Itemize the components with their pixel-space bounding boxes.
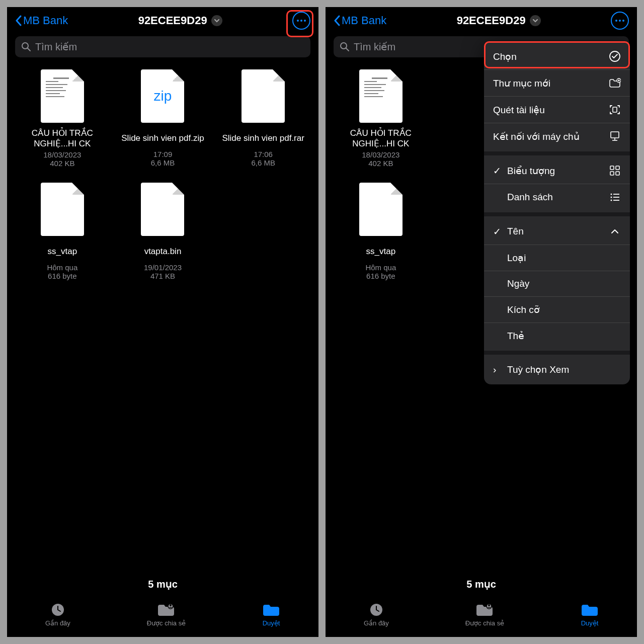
menu-item-loại[interactable]: Loại <box>484 245 630 271</box>
svg-rect-15 <box>611 132 619 138</box>
svg-rect-18 <box>610 166 614 170</box>
file-date: Hôm qua <box>47 263 77 272</box>
svg-point-4 <box>170 604 172 606</box>
svg-point-22 <box>611 194 612 195</box>
search-icon <box>21 42 31 52</box>
file-date: 18/03/2023 <box>362 150 399 159</box>
grid-icon <box>609 165 621 177</box>
back-label: MB Bank <box>23 14 68 27</box>
list-icon <box>609 191 621 203</box>
file-date: 17:09 <box>153 150 173 158</box>
menu-label: Danh sách <box>507 192 553 203</box>
menu-item-danh-sách[interactable]: Danh sách <box>484 184 630 210</box>
menu-item-ngày[interactable]: Ngày <box>484 271 630 297</box>
tab-browse[interactable]: Duyệt <box>262 602 280 627</box>
menu-item-tuỳ-chọn-xem[interactable]: ›Tuỳ chọn Xem <box>484 357 630 382</box>
menu-label: Biểu tượng <box>507 165 555 177</box>
svg-point-0 <box>22 43 28 49</box>
svg-line-1 <box>28 48 30 51</box>
file-date: 18/03/2023 <box>43 150 81 159</box>
file-size: 402 KB <box>368 159 393 168</box>
menu-label: Thư mục mới <box>493 77 550 89</box>
search-placeholder: Tìm kiếm <box>354 41 395 53</box>
menu-item-biểu-tượng[interactable]: ✓Biểu tượng <box>484 157 630 184</box>
file-item[interactable]: Slide sinh vien pdf.rar17:066,6 MB <box>213 69 313 168</box>
svg-point-24 <box>611 197 612 198</box>
menu-item-quét-tài-liệu[interactable]: Quét tài liệu <box>484 97 630 123</box>
svg-rect-21 <box>616 172 619 175</box>
chevron-left-icon <box>334 15 341 26</box>
menu-label: Tên <box>507 226 524 237</box>
file-name: CÂU HỎI TRẮC NGHIỆ...HI CK <box>12 128 113 149</box>
menu-label: Tuỳ chọn Xem <box>507 364 569 375</box>
file-name: vtapta.bin <box>142 241 184 262</box>
svg-line-6 <box>346 48 349 51</box>
file-name: Slide sinh vien pdf.zip <box>119 128 206 149</box>
svg-rect-19 <box>616 166 619 170</box>
folder-icon <box>262 602 280 617</box>
back-button[interactable]: MB Bank <box>334 14 386 27</box>
menu-item-thư-mục-mới[interactable]: Thư mục mới <box>484 70 630 97</box>
file-name: ss_vtap <box>46 241 79 262</box>
chevron-left-icon <box>15 15 22 26</box>
folder-icon <box>581 602 599 617</box>
menu-label: Quét tài liệu <box>493 104 545 116</box>
file-name: ss_vtap <box>364 241 398 262</box>
menu-label: Thẻ <box>507 330 524 342</box>
doc-icon <box>359 69 403 123</box>
menu-item-thẻ[interactable]: Thẻ <box>484 323 630 349</box>
tab-shared[interactable]: Được chia sẻ <box>147 602 186 627</box>
file-item[interactable]: CÂU HỎI TRẮC NGHIỆ...HI CK18/03/2023402 … <box>12 69 113 168</box>
tab-browse[interactable]: Duyệt <box>581 602 599 627</box>
left-phone: MB Bank 92ECEE9D29 Tìm kiếm CÂU HỎI TRẮC… <box>7 7 318 637</box>
menu-item-chọn[interactable]: Chọn <box>484 43 630 70</box>
doc-icon <box>41 69 84 123</box>
back-button[interactable]: MB Bank <box>15 14 68 27</box>
file-item[interactable]: CÂU HỎI TRẮC NGHIỆ...HI CK18/03/2023402 … <box>331 69 431 168</box>
file-item[interactable]: zipSlide sinh vien pdf.zip17:096,6 MB <box>113 69 213 168</box>
header: MB Bank 92ECEE9D29 <box>326 7 637 32</box>
file-size: 616 byte <box>366 272 395 280</box>
chevron-down-icon <box>530 15 541 26</box>
title[interactable]: 92ECEE9D29 <box>138 14 222 27</box>
chevron-down-icon <box>211 15 222 26</box>
file-name: Slide sinh vien pdf.rar <box>220 128 306 149</box>
file-item[interactable]: vtapta.bin19/01/2023471 KB <box>113 183 213 280</box>
file-size: 471 KB <box>150 272 175 280</box>
more-button[interactable] <box>292 12 310 30</box>
header: MB Bank 92ECEE9D29 <box>7 7 318 32</box>
tab-recent[interactable]: Gần đây <box>364 602 389 627</box>
right-phone: MB Bank 92ECEE9D29 Tìm kiếm CÂU HỎI TRẮC… <box>326 7 637 637</box>
search-icon <box>340 42 350 52</box>
menu-item-kết-nối-với-máy-chủ[interactable]: Kết nối với máy chủ <box>484 123 630 149</box>
file-icon <box>141 183 184 236</box>
check-circle-icon <box>609 50 621 62</box>
shared-folder-icon <box>157 602 175 617</box>
tab-recent[interactable]: Gần đây <box>45 602 70 627</box>
menu-label: Loại <box>507 252 526 264</box>
file-size: 616 byte <box>48 272 77 280</box>
chevron-up-icon <box>609 225 621 237</box>
svg-point-9 <box>488 604 490 606</box>
menu-label: Chọn <box>493 51 517 62</box>
search-input[interactable]: Tìm kiếm <box>15 36 310 57</box>
clock-icon <box>367 602 385 617</box>
file-item[interactable]: ss_vtapHôm qua616 byte <box>12 183 113 280</box>
menu-item-kích-cỡ[interactable]: Kích cỡ <box>484 297 630 323</box>
search-placeholder: Tìm kiếm <box>35 41 77 53</box>
shared-folder-icon <box>475 602 494 617</box>
menu-label: Kích cỡ <box>507 304 540 315</box>
context-menu: ChọnThư mục mớiQuét tài liệuKết nối với … <box>484 41 630 384</box>
file-item[interactable]: ss_vtapHôm qua616 byte <box>331 183 431 280</box>
file-date: 17:06 <box>254 150 273 158</box>
title-text: 92ECEE9D29 <box>138 14 207 27</box>
menu-item-tên[interactable]: ✓Tên <box>484 218 630 245</box>
more-button[interactable] <box>611 12 629 30</box>
svg-point-26 <box>611 200 612 201</box>
title[interactable]: 92ECEE9D29 <box>457 14 541 27</box>
back-label: MB Bank <box>342 14 386 27</box>
tabbar: Gần đây Được chia sẻ Duyệt <box>326 597 637 637</box>
title-text: 92ECEE9D29 <box>457 14 526 27</box>
item-count: 5 mục <box>326 571 637 597</box>
tab-shared[interactable]: Được chia sẻ <box>465 602 504 627</box>
